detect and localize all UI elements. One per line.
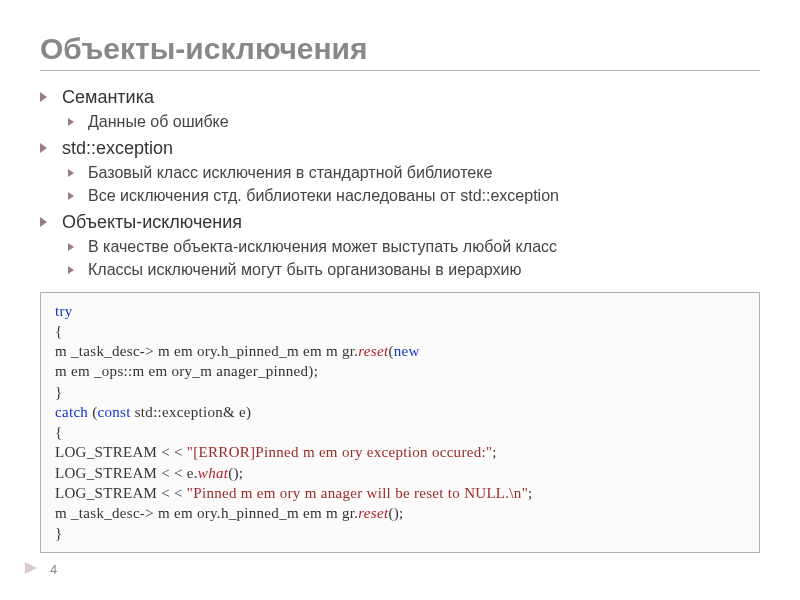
page-indicator-icon bbox=[25, 562, 37, 574]
title-underline bbox=[40, 70, 760, 71]
code-text: (); bbox=[228, 465, 243, 481]
code-fn: reset bbox=[358, 505, 388, 521]
bullet-semantics: Семантика Данные об ошибке bbox=[40, 85, 760, 134]
bullet-label: Семантика bbox=[62, 87, 154, 107]
code-text: } bbox=[55, 525, 63, 541]
code-text: LOG_STREAM < < bbox=[55, 485, 187, 501]
bullet-std-exception: std::exception Базовый класс исключения … bbox=[40, 136, 760, 208]
code-text: { bbox=[55, 323, 63, 339]
code-text: ( bbox=[88, 404, 97, 420]
sub-bullet: Данные об ошибке bbox=[68, 111, 760, 133]
sub-bullet: Все исключения стд. библиотеки наследова… bbox=[68, 185, 760, 207]
bullet-list: Семантика Данные об ошибке std::exceptio… bbox=[40, 85, 760, 282]
code-kw: const bbox=[98, 404, 131, 420]
code-text: m em _ops::m em ory_m anager_pinned); bbox=[55, 363, 318, 379]
code-kw: catch bbox=[55, 404, 88, 420]
sub-bullet: Базовый класс исключения в стандартной б… bbox=[68, 162, 760, 184]
code-text: ; bbox=[528, 485, 532, 501]
code-text: ; bbox=[492, 444, 496, 460]
bullet-label: std::exception bbox=[62, 138, 173, 158]
slide-title: Объекты-исключения bbox=[40, 32, 760, 66]
code-text: (); bbox=[388, 505, 403, 521]
code-text: } bbox=[55, 384, 63, 400]
code-str: "Pinned m em ory m anager will be reset … bbox=[187, 485, 528, 501]
code-text: m _task_desc-> m em ory.h_pinned_m em m … bbox=[55, 505, 358, 521]
code-fn: what bbox=[198, 465, 228, 481]
page-number: 4 bbox=[50, 562, 57, 577]
sub-bullet: Классы исключений могут быть организован… bbox=[68, 259, 760, 281]
code-text: { bbox=[55, 424, 63, 440]
bullet-label: Объекты-исключения bbox=[62, 212, 242, 232]
code-text: m _task_desc-> m em ory.h_pinned_m em m … bbox=[55, 343, 358, 359]
bullet-exception-objects: Объекты-исключения В качестве объекта-ис… bbox=[40, 210, 760, 282]
code-fn: reset bbox=[358, 343, 388, 359]
code-text: LOG_STREAM < < bbox=[55, 444, 187, 460]
code-text: std::exception& e) bbox=[131, 404, 252, 420]
code-kw: new bbox=[394, 343, 420, 359]
code-text: LOG_STREAM < < e. bbox=[55, 465, 198, 481]
code-kw: try bbox=[55, 303, 73, 319]
sub-bullet: В качестве объекта-исключения может выст… bbox=[68, 236, 760, 258]
code-str: "[ERROR]Pinned m em ory exception occure… bbox=[187, 444, 493, 460]
code-block: try { m _task_desc-> m em ory.h_pinned_m… bbox=[40, 292, 760, 553]
